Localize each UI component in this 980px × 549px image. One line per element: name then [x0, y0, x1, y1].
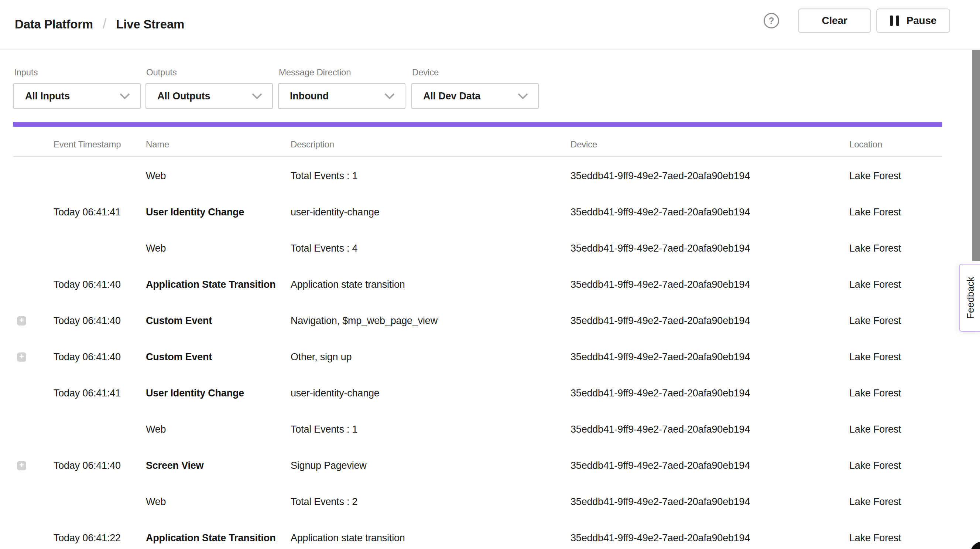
- cell-timestamp: Today 06:41:41: [54, 375, 121, 411]
- cell-name: Web: [146, 411, 166, 447]
- pause-button[interactable]: Pause: [876, 8, 950, 33]
- chevron-down-icon: [384, 93, 395, 99]
- inputs-dropdown[interactable]: All Inputs: [13, 83, 141, 109]
- cell-device: 35eddb41-9ff9-49e2-7aed-20afa90eb194: [571, 520, 750, 549]
- filter-label-outputs: Outputs: [146, 67, 177, 78]
- cell-timestamp: Today 06:41:40: [54, 447, 121, 484]
- cell-device: 35eddb41-9ff9-49e2-7aed-20afa90eb194: [571, 230, 750, 267]
- cell-timestamp: Today 06:41:22: [54, 520, 121, 549]
- cell-location: Lake Forest: [849, 158, 901, 194]
- cell-name: User Identity Change: [146, 194, 244, 230]
- table-row[interactable]: + Today 06:41:22 Application State Trans…: [0, 520, 980, 549]
- cell-name: Application State Transition: [146, 267, 275, 303]
- cell-device: 35eddb41-9ff9-49e2-7aed-20afa90eb194: [571, 267, 750, 303]
- table-row[interactable]: + Today 06:41:41 User Identity Change us…: [0, 194, 980, 230]
- cell-location: Lake Forest: [849, 267, 901, 303]
- cell-location: Lake Forest: [849, 230, 901, 267]
- cell-device: 35eddb41-9ff9-49e2-7aed-20afa90eb194: [571, 194, 750, 230]
- accent-divider: [13, 122, 942, 127]
- cell-timestamp: Today 06:41:40: [54, 267, 121, 303]
- expand-row-icon[interactable]: +: [17, 353, 26, 362]
- cell-description: Signup Pageview: [291, 447, 367, 484]
- column-header-description: Description: [291, 132, 334, 156]
- cell-name: Web: [146, 484, 166, 520]
- table-row[interactable]: + Today 06:41:40 Custom Event Navigation…: [0, 303, 980, 339]
- breadcrumb-separator: /: [103, 16, 107, 32]
- feedback-tab-label: Feedback: [965, 277, 976, 319]
- cell-device: 35eddb41-9ff9-49e2-7aed-20afa90eb194: [571, 158, 750, 194]
- column-header-location: Location: [849, 132, 882, 156]
- cell-name: User Identity Change: [146, 375, 244, 411]
- page-header: Data Platform / Live Stream ? Clear Paus…: [0, 0, 980, 49]
- cell-description: Application state transition: [291, 267, 405, 303]
- cell-description: Other, sign up: [291, 339, 352, 375]
- help-icon[interactable]: ?: [764, 13, 779, 29]
- expand-row-icon[interactable]: +: [17, 461, 26, 470]
- table-row[interactable]: + Web Total Events : 4 35eddb41-9ff9-49e…: [0, 230, 980, 267]
- table-row[interactable]: + Today 06:41:41 User Identity Change us…: [0, 375, 980, 411]
- column-header-timestamp: Event Timestamp: [54, 132, 121, 156]
- help-glyph: ?: [768, 16, 774, 26]
- filter-label-message-direction: Message Direction: [279, 67, 351, 78]
- cell-location: Lake Forest: [849, 339, 901, 375]
- cell-timestamp: Today 06:41:41: [54, 194, 121, 230]
- device-dropdown[interactable]: All Dev Data: [411, 83, 539, 109]
- events-table-body: + Web Total Events : 1 35eddb41-9ff9-49e…: [0, 158, 980, 549]
- table-row[interactable]: + Today 06:41:40 Application State Trans…: [0, 267, 980, 303]
- cell-description: Total Events : 2: [291, 484, 358, 520]
- column-header-device: Device: [571, 132, 597, 156]
- cell-description: Application state transition: [291, 520, 405, 549]
- cell-location: Lake Forest: [849, 375, 901, 411]
- cell-name: Web: [146, 158, 166, 194]
- filter-label-inputs: Inputs: [14, 67, 38, 78]
- message-direction-dropdown[interactable]: Inbound: [278, 83, 406, 109]
- inputs-dropdown-value: All Inputs: [25, 91, 70, 102]
- table-header: Event Timestamp Name Description Device …: [13, 132, 942, 157]
- outputs-dropdown[interactable]: All Outputs: [145, 83, 273, 109]
- cell-device: 35eddb41-9ff9-49e2-7aed-20afa90eb194: [571, 339, 750, 375]
- cell-device: 35eddb41-9ff9-49e2-7aed-20afa90eb194: [571, 484, 750, 520]
- live-stream-page: Data Platform / Live Stream ? Clear Paus…: [0, 0, 980, 549]
- table-row[interactable]: + Today 06:41:40 Screen View Signup Page…: [0, 447, 980, 484]
- cell-description: Total Events : 1: [291, 158, 358, 194]
- breadcrumb-section[interactable]: Data Platform: [15, 18, 93, 31]
- cell-description: Navigation, $mp_web_page_view: [291, 303, 438, 339]
- cell-device: 35eddb41-9ff9-49e2-7aed-20afa90eb194: [571, 447, 750, 484]
- clear-button-label: Clear: [822, 15, 847, 27]
- device-dropdown-value: All Dev Data: [423, 91, 480, 102]
- chevron-down-icon: [119, 93, 130, 99]
- message-direction-dropdown-value: Inbound: [290, 91, 329, 102]
- cell-timestamp: Today 06:41:40: [54, 303, 121, 339]
- cell-description: Total Events : 4: [291, 230, 358, 267]
- cell-device: 35eddb41-9ff9-49e2-7aed-20afa90eb194: [571, 411, 750, 447]
- cell-description: user-identity-change: [291, 375, 380, 411]
- column-header-name: Name: [146, 132, 169, 156]
- cell-location: Lake Forest: [849, 520, 901, 549]
- filter-label-device: Device: [412, 67, 439, 78]
- clear-button[interactable]: Clear: [798, 8, 871, 33]
- cell-device: 35eddb41-9ff9-49e2-7aed-20afa90eb194: [571, 375, 750, 411]
- feedback-tab[interactable]: Feedback: [959, 264, 980, 332]
- vertical-scrollbar[interactable]: [972, 50, 980, 261]
- chevron-down-icon: [251, 93, 262, 99]
- cell-location: Lake Forest: [849, 447, 901, 484]
- table-row[interactable]: + Web Total Events : 1 35eddb41-9ff9-49e…: [0, 158, 980, 194]
- cell-device: 35eddb41-9ff9-49e2-7aed-20afa90eb194: [571, 303, 750, 339]
- cell-location: Lake Forest: [849, 194, 901, 230]
- cell-description: Total Events : 1: [291, 411, 358, 447]
- cell-description: user-identity-change: [291, 194, 380, 230]
- cell-timestamp: Today 06:41:40: [54, 339, 121, 375]
- table-row[interactable]: + Web Total Events : 2 35eddb41-9ff9-49e…: [0, 484, 980, 520]
- outputs-dropdown-value: All Outputs: [157, 91, 210, 102]
- cell-name: Custom Event: [146, 339, 212, 375]
- pause-icon: [890, 16, 899, 26]
- expand-row-icon[interactable]: +: [17, 316, 26, 326]
- chevron-down-icon: [517, 93, 528, 99]
- cell-name: Application State Transition: [146, 520, 275, 549]
- table-row[interactable]: + Today 06:41:40 Custom Event Other, sig…: [0, 339, 980, 375]
- cell-name: Screen View: [146, 447, 204, 484]
- pause-button-label: Pause: [907, 15, 937, 27]
- table-row[interactable]: + Web Total Events : 1 35eddb41-9ff9-49e…: [0, 411, 980, 447]
- cell-name: Web: [146, 230, 166, 267]
- cell-location: Lake Forest: [849, 411, 901, 447]
